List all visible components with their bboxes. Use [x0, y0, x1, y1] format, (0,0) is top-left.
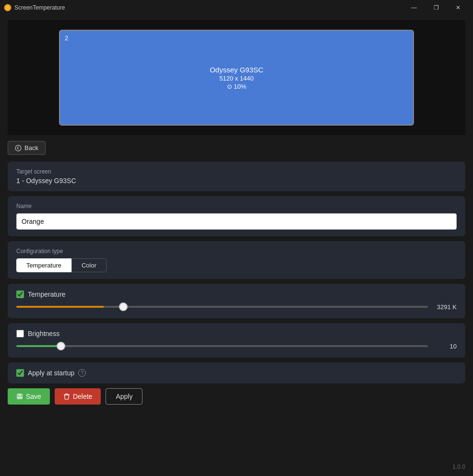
temperature-control: 3291 K — [16, 302, 457, 312]
monitor-number: 2 — [65, 35, 68, 42]
svg-rect-7 — [65, 394, 68, 395]
save-label: Save — [26, 393, 41, 400]
close-button[interactable]: ✕ — [447, 0, 469, 15]
temperature-checkbox[interactable] — [16, 290, 24, 298]
target-screen-value: 1 - Odyssey G93SC — [16, 177, 457, 185]
brightness-slider[interactable] — [16, 345, 428, 347]
brightness-card: Brightness 10 — [8, 323, 465, 358]
startup-row: Apply at startup ? — [16, 369, 457, 377]
app-icon — [4, 4, 12, 12]
toggle-color[interactable]: Color — [71, 258, 106, 272]
temperature-card: Temperature 3291 K — [8, 284, 465, 318]
brightness-label: Brightness — [28, 330, 59, 337]
apply-button[interactable]: Apply — [106, 388, 142, 405]
titlebar-left: ScreenTemperature — [4, 4, 65, 12]
toggle-temperature[interactable]: Temperature — [16, 258, 71, 272]
target-screen-card: Target screen 1 - Odyssey G93SC — [8, 162, 465, 191]
back-icon — [15, 145, 22, 151]
apply-startup-card: Apply at startup ? — [8, 362, 465, 383]
apply-startup-label: Apply at startup — [28, 369, 74, 377]
delete-label: Delete — [73, 393, 92, 400]
apply-label: Apply — [116, 393, 132, 400]
help-icon[interactable]: ? — [78, 369, 86, 377]
minimize-button[interactable]: — — [403, 0, 425, 15]
config-type-card: Configuration type Temperature Color — [8, 241, 465, 279]
svg-rect-5 — [18, 396, 22, 398]
target-screen-label: Target screen — [16, 168, 457, 175]
maximize-button[interactable]: ❐ — [425, 0, 447, 15]
brightness-row: Brightness 10 — [16, 330, 457, 351]
temperature-value: 3291 K — [433, 303, 457, 311]
monitor-preview: 2 Odyssey G93SC 5120 x 1440 ⊙ 10% — [59, 30, 414, 126]
svg-rect-6 — [64, 395, 70, 395]
back-label: Back — [24, 144, 38, 151]
name-label: Name — [16, 203, 457, 209]
titlebar: ScreenTemperature — ❐ ✕ — [0, 0, 473, 15]
svg-point-2 — [15, 145, 21, 151]
svg-rect-4 — [18, 394, 21, 396]
monitor-brightness: ⊙ 10% — [227, 83, 247, 90]
main-content: 2 Odyssey G93SC 5120 x 1440 ⊙ 10% Back T… — [0, 15, 473, 409]
window-controls: — ❐ ✕ — [403, 0, 469, 15]
back-button[interactable]: Back — [8, 141, 46, 155]
app-title: ScreenTemperature — [14, 4, 65, 11]
brightness-control: 10 — [16, 341, 457, 351]
temperature-slider-wrapper — [16, 302, 428, 312]
temperature-header: Temperature — [16, 290, 457, 298]
delete-icon — [63, 393, 70, 400]
brightness-checkbox[interactable] — [16, 330, 24, 337]
name-card: Name — [8, 196, 465, 236]
svg-point-1 — [6, 6, 9, 9]
brightness-value: 10 — [433, 343, 457, 350]
temperature-label: Temperature — [28, 290, 66, 298]
config-type-toggle: Temperature Color — [16, 258, 457, 272]
monitor-resolution: 5120 x 1440 — [219, 75, 254, 82]
version-label: 1.0.0 — [452, 464, 465, 470]
monitor-area: 2 Odyssey G93SC 5120 x 1440 ⊙ 10% — [8, 20, 465, 135]
action-row: Save Delete Apply — [8, 388, 465, 405]
name-input[interactable] — [16, 213, 457, 230]
config-type-label: Configuration type — [16, 248, 457, 255]
temperature-row: Temperature 3291 K — [16, 290, 457, 312]
save-icon — [16, 393, 23, 400]
monitor-name: Odyssey G93SC — [210, 66, 263, 74]
save-button[interactable]: Save — [8, 388, 50, 405]
temperature-slider[interactable] — [16, 306, 428, 308]
delete-button[interactable]: Delete — [55, 388, 101, 405]
apply-startup-checkbox[interactable] — [16, 369, 24, 377]
brightness-slider-wrapper — [16, 341, 428, 351]
brightness-header: Brightness — [16, 330, 457, 337]
